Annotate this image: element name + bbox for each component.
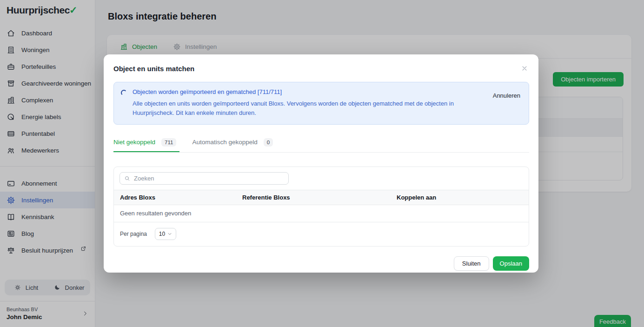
close-button[interactable]: Sluiten: [454, 256, 489, 271]
tab-label: Niet gekoppeld: [113, 139, 155, 146]
tab-automatisch-gekoppeld[interactable]: Automatisch gekoppeld 0: [192, 136, 276, 152]
modal-header: Object en units matchen: [113, 64, 529, 73]
tab-niet-gekoppeld[interactable]: Niet gekoppeld 711: [113, 136, 179, 152]
per-page-select[interactable]: 10: [155, 228, 176, 240]
empty-results-row: Geen resultaten gevonden: [114, 205, 529, 222]
import-progress-banner: Objecten worden geïmporteerd en gematche…: [113, 82, 529, 125]
match-table-container: Adres Bloxs Referentie Bloxs Koppelen aa…: [113, 167, 529, 247]
modal-footer: Sluiten Opslaan: [113, 256, 529, 271]
modal-title: Object en units matchen: [113, 65, 194, 73]
cancel-import-button[interactable]: Annuleren: [493, 88, 520, 99]
banner-title: Objecten worden geïmporteerd en gematche…: [133, 88, 486, 95]
search-box: [120, 172, 289, 185]
tab-count-badge: 711: [161, 138, 176, 147]
loading-spinner-icon: [121, 90, 127, 96]
column-header-koppelen-aan: Koppelen aan: [391, 194, 529, 201]
search-input[interactable]: [134, 175, 284, 182]
banner-description: Alle objecten en units worden geïmportee…: [133, 99, 486, 118]
close-icon[interactable]: [520, 64, 529, 73]
match-objects-modal: Object en units matchen Objecten worden …: [104, 54, 538, 273]
banner-texts: Objecten worden geïmporteerd en gematche…: [133, 88, 486, 118]
search-icon: [124, 175, 130, 181]
modal-tabs: Niet gekoppeld 711 Automatisch gekoppeld…: [113, 136, 529, 153]
save-button[interactable]: Opslaan: [493, 256, 529, 271]
column-header-adres-bloxs: Adres Bloxs: [114, 194, 236, 201]
table-header-row: Adres Bloxs Referentie Bloxs Koppelen aa…: [114, 190, 529, 205]
column-header-referentie-bloxs: Referentie Bloxs: [236, 194, 391, 201]
tab-count-badge: 0: [264, 138, 273, 147]
per-page-value: 10: [159, 231, 165, 237]
chevron-down-icon: [167, 232, 172, 236]
per-page-label: Per pagina: [120, 231, 147, 237]
pagination-bar: Per pagina 10: [114, 222, 529, 246]
tab-label: Automatisch gekoppeld: [192, 139, 257, 146]
